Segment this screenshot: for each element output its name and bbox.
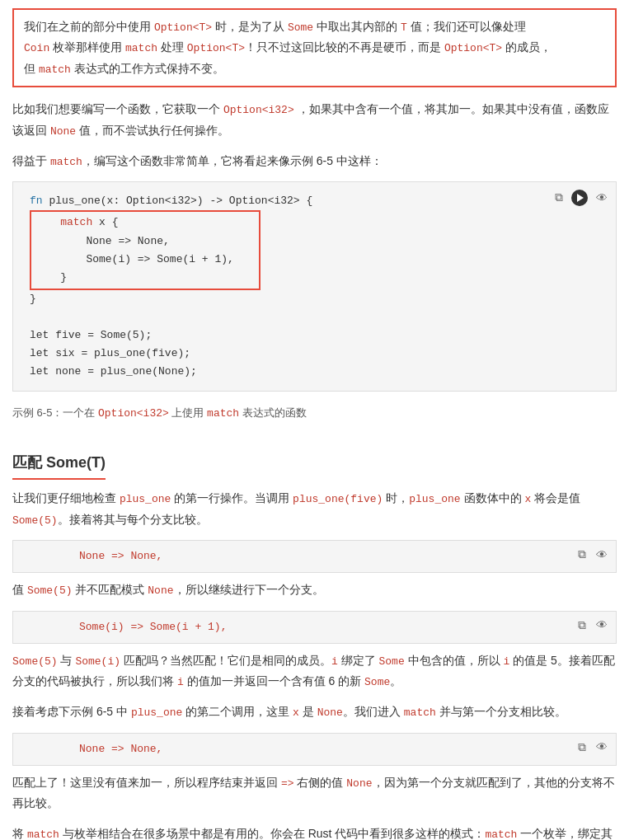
snippet-3: ⧉ 👁 None => None, <box>12 733 617 766</box>
inline-code-some-5: Some(5) <box>12 514 58 527</box>
inline-code-option-t-3: Option<T> <box>444 42 502 54</box>
inline-code-x-1: x <box>524 493 531 505</box>
paragraph-3: 接着考虑下示例 6-5 中 plus_one 的第二个调用，这里 x 是 Non… <box>12 702 617 722</box>
copy-button-1[interactable]: ⧉ <box>553 189 565 206</box>
snippet-1-code: None => None, <box>79 550 162 562</box>
inline-code-some-3: Some <box>364 676 390 688</box>
code-block-icons: ⧉ 👁 <box>553 189 609 206</box>
code-block-plus-one: ⧉ 👁 fn plus_one(x: Option<i32>) -> Optio… <box>12 181 617 392</box>
inline-code-coin: Coin <box>24 42 49 54</box>
paragraph-2: 得益于 match，编写这个函数非常简单，它将看起来像示例 6-5 中这样： <box>12 151 617 171</box>
code-caption: 示例 6-5：一个在 Option<i32> 上使用 match 表达式的函数 <box>12 403 617 423</box>
inline-code-t-1: T <box>401 21 407 34</box>
paragraph-4: 将 match 与枚举相结合在很多场景中都是有用的。你会在 Rust 代码中看到… <box>12 824 617 840</box>
inline-code-i-3: i <box>177 676 184 688</box>
section-paragraph-1: 让我们更仔细地检查 plus_one 的第一行操作。当调用 plus_one(f… <box>12 488 617 530</box>
eye-button-1[interactable]: 👁 <box>594 190 609 206</box>
highlight-text-line3: 但 match 表达式的工作方式保持不变。 <box>24 62 224 75</box>
copy-button-2[interactable]: ⧉ <box>576 546 588 563</box>
inline-code-match-caption: match <box>207 407 239 420</box>
play-button-1[interactable] <box>571 190 588 206</box>
inline-code-none-4: None <box>346 777 372 790</box>
copy-button-4[interactable]: ⧉ <box>576 739 588 756</box>
inline-code-option-t-2: Option<T> <box>187 42 245 54</box>
highlight-block: 我们在之前的部分中使用 Option<T> 时，是为了从 Some 中取出其内部… <box>12 8 617 87</box>
paragraph-snippet-1: 值 Some(5) 并不匹配模式 None，所以继续进行下一个分支。 <box>12 580 617 600</box>
highlight-text-line2: Coin 枚举那样使用 match 处理 Option<T>！只不过这回比较的不… <box>24 40 552 54</box>
snippet-1: ⧉ 👁 None => None, <box>12 540 617 573</box>
inline-code-some-2: Some <box>378 655 404 668</box>
inline-code-match-1: match <box>125 42 157 54</box>
inline-code-option-t-1: Option<T> <box>154 21 212 34</box>
paragraph-1: 比如我们想要编写一个函数，它获取一个 Option<i32> ，如果其中含有一个… <box>12 99 617 141</box>
inline-code-match-2: match <box>39 63 71 76</box>
inline-code-option-i32-caption: Option<i32> <box>98 407 169 420</box>
snippet-1-icons: ⧉ 👁 <box>576 546 609 563</box>
section-title-matching-some: 匹配 Some(T) <box>12 450 106 481</box>
code-content-1: fn plus_one(x: Option<i32>) -> Option<i3… <box>30 192 566 381</box>
inline-code-option-i32-1: Option<i32> <box>223 104 294 116</box>
inline-code-i-1: i <box>331 655 338 668</box>
inline-code-plus-one-2: plus_one <box>409 493 460 505</box>
inline-code-none-1: None <box>50 125 76 138</box>
inline-code-some-i: Some(i) <box>75 655 120 668</box>
eye-button-3[interactable]: 👁 <box>594 617 609 634</box>
inline-code-some5-2: Some(5) <box>12 655 58 668</box>
inline-code-match-4: match <box>404 706 436 719</box>
highlight-text-line1: 我们在之前的部分中使用 Option<T> 时，是为了从 Some 中取出其内部… <box>24 20 526 33</box>
inline-code-none-3: None <box>317 706 343 719</box>
inline-code-plus-one-five: plus_one(five) <box>293 493 383 505</box>
inline-code-plus-one-1: plus_one <box>120 493 171 505</box>
snippet-3-code: None => None, <box>79 743 162 755</box>
paragraph-snippet-3: 匹配上了！这里没有值来加一，所以程序结束并返回 => 右侧的值 None，因为第… <box>12 772 617 814</box>
eye-button-4[interactable]: 👁 <box>594 739 609 756</box>
inline-code-some5-1: Some(5) <box>27 584 73 597</box>
copy-button-3[interactable]: ⧉ <box>576 617 588 634</box>
inline-code-match-6: match <box>485 828 517 840</box>
inline-code-arrow: => <box>281 777 294 790</box>
inline-code-match-5: match <box>27 828 59 840</box>
snippet-2: ⧉ 👁 Some(i) => Some(i + 1), <box>12 611 617 644</box>
inline-code-match-3: match <box>50 156 82 168</box>
inline-code-i-2: i <box>503 655 509 668</box>
inline-code-some-1: Some <box>288 21 313 34</box>
inline-code-plus-one-3: plus_one <box>131 706 182 719</box>
paragraph-snippet-2: Some(5) 与 Some(i) 匹配吗？当然匹配！它们是相同的成员。i 绑定… <box>12 650 617 692</box>
snippet-2-code: Some(i) => Some(i + 1), <box>79 621 227 633</box>
eye-button-2[interactable]: 👁 <box>594 546 609 563</box>
inline-code-none-2: None <box>148 584 173 597</box>
snippet-2-icons: ⧉ 👁 <box>576 617 609 634</box>
snippet-3-icons: ⧉ 👁 <box>576 739 609 756</box>
inline-code-x-2: x <box>293 706 299 719</box>
